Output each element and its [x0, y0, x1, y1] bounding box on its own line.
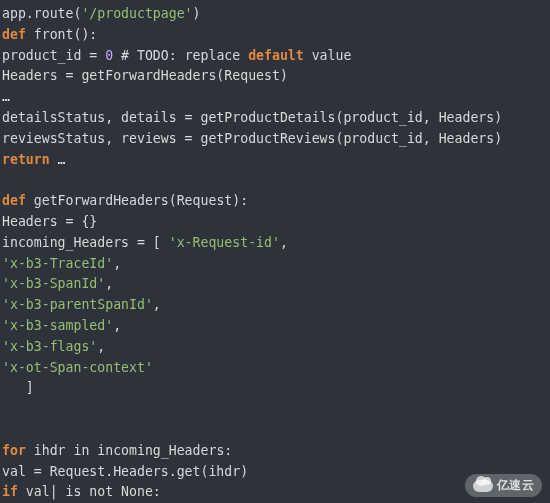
code-line: if val| is not None: — [2, 484, 161, 499]
code-line: 'x-b3-flags', — [2, 339, 105, 354]
code-line: for ihdr in incoming_Headers: — [2, 443, 232, 458]
code-line: val = Request.Headers.get(ihdr) — [2, 464, 248, 479]
code-line: … — [2, 89, 10, 104]
cloud-icon — [473, 480, 493, 492]
watermark-text: 亿速云 — [497, 477, 535, 494]
code-line: incoming_Headers = [ 'x-Request-id', — [2, 235, 288, 250]
code-line: product_id = 0 # TODO: replace default v… — [2, 48, 351, 63]
code-line: return … — [2, 152, 66, 167]
code-line: ] — [2, 380, 34, 395]
code-line: 'x-ot-Span-context' — [2, 360, 153, 375]
code-line: 'x-b3-parentSpanId', — [2, 297, 161, 312]
code-line: Headers = {} — [2, 214, 97, 229]
code-line: 'x-b3-sampled', — [2, 318, 121, 333]
code-line: app.route('/productpage') — [2, 6, 201, 21]
code-line: 'x-b3-TraceId', — [2, 256, 121, 271]
code-line: def getForwardHeaders(Request): — [2, 193, 248, 208]
watermark: 亿速云 — [465, 474, 543, 497]
code-line: detailsStatus, details = getProductDetai… — [2, 110, 502, 125]
code-line: reviewsStatus, reviews = getProductRevie… — [2, 131, 502, 146]
code-block: app.route('/productpage') def front(): p… — [0, 0, 550, 503]
code-line: def front(): — [2, 27, 97, 42]
code-line: Headers = getForwardHeaders(Request) — [2, 68, 288, 83]
code-line: 'x-b3-SpanId', — [2, 276, 113, 291]
